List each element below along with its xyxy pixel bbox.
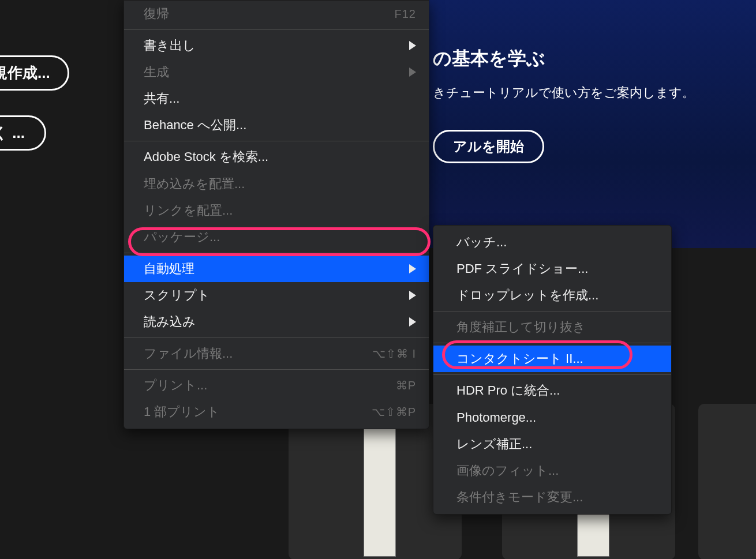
menu-label: 埋め込みを配置... — [144, 174, 245, 194]
menu-shortcut: ⌘P — [396, 377, 416, 395]
submenu-arrow-icon — [409, 291, 416, 300]
menu-label: 読み込み — [144, 312, 196, 332]
menu-item-behance[interactable]: Behance へ公開... — [124, 112, 429, 138]
menu-separator — [124, 337, 429, 338]
submenu-item-contact-sheet[interactable]: コンタクトシート II... — [433, 346, 671, 372]
menu-item-export[interactable]: 書き出し — [124, 32, 429, 59]
menu-item-place-embedded: 埋め込みを配置... — [124, 171, 429, 197]
menu-item-share[interactable]: 共有... — [124, 85, 429, 112]
menu-separator — [433, 343, 671, 343]
recent-file-card[interactable] — [698, 404, 756, 559]
menu-separator — [124, 29, 429, 30]
submenu-item-crop-straighten: 角度補正して切り抜き — [433, 314, 671, 340]
menu-label: 復帰 — [144, 4, 169, 24]
submenu-item-lens-correction[interactable]: レンズ補正... — [433, 431, 671, 457]
menu-label: リンクを配置... — [144, 201, 233, 220]
start-tutorial-button[interactable]: アルを開始 — [433, 130, 544, 163]
submenu-item-photomerge[interactable]: Photomerge... — [433, 404, 671, 431]
menu-item-automate[interactable]: 自動処理 — [124, 256, 429, 282]
menu-item-revert: 復帰 F12 — [124, 1, 429, 27]
menu-separator — [124, 369, 429, 370]
submenu-item-create-droplet[interactable]: ドロップレットを作成... — [433, 282, 671, 309]
submenu-item-hdr-pro[interactable]: HDR Pro に統合... — [433, 377, 671, 404]
submenu-arrow-icon — [409, 317, 416, 327]
menu-label: 自動処理 — [144, 259, 194, 279]
menu-separator — [433, 311, 671, 312]
hero-subtitle: きチュートリアルで使い方をご案内します。 — [433, 84, 695, 102]
menu-separator — [124, 253, 429, 253]
menu-label: Adobe Stock を検索... — [144, 147, 268, 167]
menu-item-package: パッケージ... — [124, 224, 429, 250]
menu-separator — [433, 374, 671, 375]
submenu-arrow-icon — [409, 67, 416, 77]
menu-label: ファイル情報... — [144, 344, 233, 363]
menu-label: 共有... — [144, 89, 179, 108]
menu-item-file-info: ファイル情報... ⌥⇧⌘ I — [124, 340, 429, 367]
menu-separator — [124, 141, 429, 141]
menu-item-print: プリント... ⌘P — [124, 372, 429, 399]
menu-label: 生成 — [144, 62, 169, 82]
menu-item-print-one: 1 部プリント ⌥⇧⌘P — [124, 399, 429, 425]
file-menu-dropdown: 復帰 F12 書き出し 生成 共有... Behance へ公開... Adob… — [123, 0, 429, 429]
open-file-button[interactable]: く ... — [0, 115, 46, 151]
submenu-item-fit-image: 画像のフィット... — [433, 457, 671, 484]
menu-shortcut: ⌥⇧⌘P — [372, 403, 416, 421]
new-file-button[interactable]: 規作成... — [0, 55, 69, 91]
menu-item-import[interactable]: 読み込み — [124, 309, 429, 335]
submenu-item-conditional-mode: 条件付きモード変更... — [433, 484, 671, 511]
menu-shortcut: ⌥⇧⌘ I — [372, 345, 416, 363]
submenu-arrow-icon — [409, 41, 416, 50]
submenu-item-pdf-slideshow[interactable]: PDF スライドショー... — [433, 256, 671, 282]
menu-item-adobe-stock[interactable]: Adobe Stock を検索... — [124, 144, 429, 170]
menu-label: プリント... — [144, 376, 207, 395]
menu-shortcut: F12 — [395, 5, 416, 23]
menu-label: 書き出し — [144, 36, 196, 55]
automate-submenu: バッチ... PDF スライドショー... ドロップレットを作成... 角度補正… — [433, 225, 672, 515]
menu-item-scripts[interactable]: スクリプト — [124, 282, 429, 309]
submenu-arrow-icon — [409, 264, 416, 273]
submenu-item-batch[interactable]: バッチ... — [433, 229, 671, 256]
menu-item-place-linked: リンクを配置... — [124, 197, 429, 224]
menu-label: パッケージ... — [144, 227, 220, 247]
menu-label: スクリプト — [144, 286, 210, 305]
menu-label: Behance へ公開... — [144, 115, 246, 135]
menu-label: 1 部プリント — [144, 402, 220, 422]
hero-title: の基本を学ぶ — [433, 46, 695, 72]
menu-item-generate: 生成 — [124, 59, 429, 85]
